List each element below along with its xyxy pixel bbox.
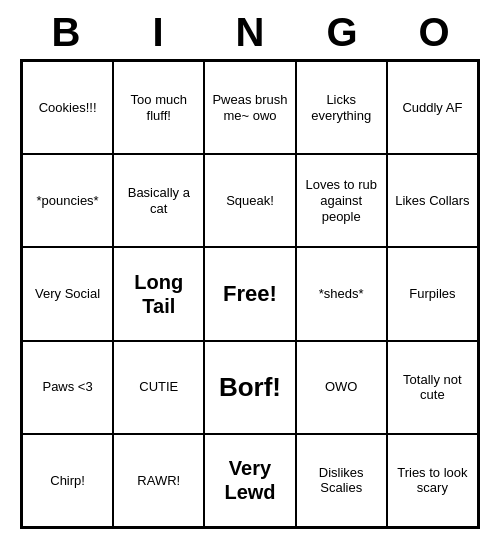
bingo-cell-8: Loves to rub against people [296,154,387,247]
bingo-cell-11: Long Tail [113,247,204,340]
bingo-cell-9: Likes Collars [387,154,478,247]
bingo-cell-17: Borf! [204,341,295,434]
bingo-cell-3: Licks everything [296,61,387,154]
bingo-cell-6: Basically a cat [113,154,204,247]
bingo-cell-1: Too much fluff! [113,61,204,154]
bingo-grid: Cookies!!!Too much fluff!Pweas brush me~… [20,59,480,529]
bingo-letter-n: N [206,10,294,55]
bingo-cell-12: Free! [204,247,295,340]
bingo-cell-2: Pweas brush me~ owo [204,61,295,154]
bingo-cell-15: Paws <3 [22,341,113,434]
bingo-cell-10: Very Social [22,247,113,340]
bingo-letter-b: B [22,10,110,55]
bingo-cell-14: Furpiles [387,247,478,340]
bingo-header: BINGO [20,10,480,55]
bingo-letter-o: O [390,10,478,55]
bingo-cell-5: *pouncies* [22,154,113,247]
bingo-cell-24: Tries to look scary [387,434,478,527]
bingo-cell-13: *sheds* [296,247,387,340]
bingo-cell-19: Totally not cute [387,341,478,434]
bingo-cell-21: RAWR! [113,434,204,527]
bingo-cell-0: Cookies!!! [22,61,113,154]
bingo-cell-23: Dislikes Scalies [296,434,387,527]
bingo-cell-20: Chirp! [22,434,113,527]
bingo-cell-22: Very Lewd [204,434,295,527]
bingo-cell-16: CUTIE [113,341,204,434]
bingo-letter-i: I [114,10,202,55]
bingo-cell-7: Squeak! [204,154,295,247]
bingo-cell-4: Cuddly AF [387,61,478,154]
bingo-cell-18: OWO [296,341,387,434]
bingo-letter-g: G [298,10,386,55]
